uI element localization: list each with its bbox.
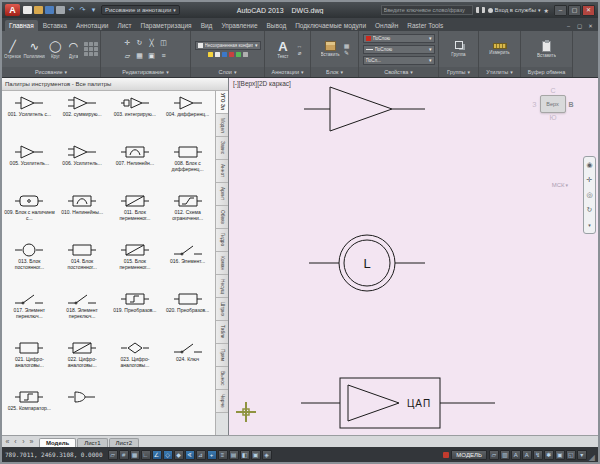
annotation-auto-icon[interactable]: ↯ bbox=[533, 450, 543, 460]
osnap-toggle[interactable]: ◇ bbox=[163, 450, 173, 460]
prev-layout-icon[interactable]: ‹ bbox=[12, 437, 19, 446]
qat-plot-icon[interactable] bbox=[56, 6, 65, 14]
panel-annotation-label[interactable]: Аннотации bbox=[265, 67, 310, 77]
clean-screen-icon[interactable]: ◱ bbox=[566, 450, 576, 460]
palette-item[interactable]: 020. Преобразов... bbox=[161, 288, 214, 337]
ribbon-tab-Вставка[interactable]: Вставка bbox=[39, 20, 71, 31]
palette-item[interactable]: 015. Блок переменног... bbox=[109, 239, 162, 288]
ribbon-tab-Лист[interactable]: Лист bbox=[113, 20, 135, 31]
palette-item[interactable]: 001. Усилитель с... bbox=[3, 92, 56, 141]
ribbon-tab-Вывод[interactable]: Вывод bbox=[263, 20, 291, 31]
ortho-toggle[interactable]: ∟ bbox=[141, 450, 151, 460]
otrack-toggle[interactable]: ∢ bbox=[185, 450, 195, 460]
ribbon-tab-Управление[interactable]: Управление bbox=[217, 20, 261, 31]
infer-toggle[interactable]: ▱ bbox=[108, 450, 118, 460]
palette-item[interactable]: 006. Усилитель... bbox=[56, 141, 109, 190]
color-dropdown[interactable]: ПоСлою bbox=[363, 34, 435, 43]
grid-toggle[interactable]: ▦ bbox=[130, 450, 140, 460]
viewcube-east[interactable]: В bbox=[569, 101, 574, 108]
orbit-icon[interactable] bbox=[587, 206, 593, 214]
viewcube-north[interactable]: С bbox=[524, 86, 582, 95]
ducs-toggle[interactable]: ⊿ bbox=[196, 450, 206, 460]
copy-icon[interactable]: ▱ bbox=[125, 52, 130, 60]
layout-tab-Модель[interactable]: Модель bbox=[39, 438, 76, 447]
palette-item[interactable]: 017. Элемент переключ... bbox=[3, 288, 56, 337]
palette-tab-Модел[interactable]: Модел bbox=[216, 114, 228, 137]
paste-tool[interactable]: Вставить bbox=[536, 41, 557, 58]
palette-tab-Черче[interactable]: Черче bbox=[216, 390, 228, 413]
layer-state-dropdown[interactable]: Несохраненная конфигурация сло bbox=[195, 41, 261, 50]
palette-tab-УГО Эл[interactable]: УГО Эл bbox=[216, 91, 228, 114]
modify-tools[interactable]: ✛ ↻ ╳ ◫ ▱ ▦ ▣ ≡ bbox=[122, 36, 170, 62]
draw-more-tools[interactable] bbox=[84, 42, 98, 56]
palette-tab-Несущ[interactable]: Несущ bbox=[216, 275, 228, 298]
palette-item[interactable]: 022. Цифро-аналоговы... bbox=[56, 337, 109, 386]
palette-tab-Штрих[interactable]: Штрих bbox=[216, 298, 228, 321]
amplifier-symbol[interactable] bbox=[304, 87, 425, 131]
palette-item[interactable]: 004. дифференц... bbox=[161, 92, 214, 141]
panel-groups-label[interactable]: Группы bbox=[439, 67, 478, 77]
palette-item[interactable] bbox=[56, 386, 109, 435]
palette-item[interactable]: 010. Нелинейны... bbox=[56, 190, 109, 239]
annotation-scale-icon[interactable]: А bbox=[511, 450, 521, 460]
qat-new-file-icon[interactable] bbox=[23, 6, 32, 14]
viewcube-face[interactable]: Верх bbox=[540, 95, 566, 113]
create-block-icon[interactable]: ▦ bbox=[344, 43, 350, 49]
palette-tab-Аннот[interactable]: Аннот bbox=[216, 160, 228, 183]
layout-tab-Лист1[interactable]: Лист1 bbox=[77, 438, 107, 447]
workspace-switch-icon[interactable]: ✱ bbox=[544, 450, 554, 460]
qat-open-file-icon[interactable] bbox=[34, 6, 43, 14]
layout-tab-Лист2[interactable]: Лист2 bbox=[109, 438, 139, 447]
inductor-symbol[interactable]: L bbox=[309, 235, 425, 291]
search-icon[interactable] bbox=[476, 7, 485, 13]
group-tool[interactable]: Группа bbox=[448, 41, 469, 57]
ribbon-tab-Главная[interactable]: Главная bbox=[5, 20, 38, 31]
qat-redo-icon[interactable]: ↷ bbox=[78, 6, 87, 14]
maximize-button[interactable] bbox=[568, 5, 581, 16]
palette-tab-Вынос[interactable]: Вынос bbox=[216, 367, 228, 390]
line-tool[interactable]: Отрезок bbox=[4, 40, 21, 59]
dimension-icon[interactable]: ↔ bbox=[297, 43, 303, 49]
panel-clipboard-label[interactable]: Буфер обмена bbox=[521, 67, 572, 77]
array-icon[interactable]: ▦ bbox=[136, 52, 143, 60]
layer-tools[interactable] bbox=[208, 52, 248, 57]
polyline-tool[interactable]: Полилиния bbox=[24, 40, 45, 59]
favorites-icon[interactable]: ★ bbox=[544, 7, 549, 14]
palette-tab-Коман[interactable]: Коман bbox=[216, 252, 228, 275]
toolbar-lock-icon[interactable]: ▣ bbox=[555, 450, 565, 460]
pan-icon[interactable] bbox=[587, 176, 593, 184]
palette-item[interactable]: 025. Компаратор... bbox=[3, 386, 56, 435]
dac-symbol[interactable]: ЦАП bbox=[301, 378, 495, 428]
panel-properties-label[interactable]: Свойства bbox=[359, 67, 438, 77]
dimension-tools[interactable]: ↔ ⌀ bbox=[297, 43, 303, 56]
panel-layers-label[interactable]: Слои bbox=[191, 67, 264, 77]
dyn-toggle[interactable]: + bbox=[207, 450, 217, 460]
lwt-toggle[interactable]: ≡ bbox=[218, 450, 228, 460]
layer-freeze-icon[interactable] bbox=[215, 52, 220, 57]
drawing-canvas[interactable]: L ЦАП bbox=[229, 78, 598, 435]
ribbon-tab-Raster Tools[interactable]: Raster Tools bbox=[403, 20, 447, 31]
first-layout-icon[interactable]: « bbox=[4, 437, 11, 446]
offset-icon[interactable]: ▣ bbox=[148, 52, 155, 60]
viewcube-south[interactable]: Ю bbox=[524, 113, 582, 122]
block-tools[interactable]: ▦ ✎ bbox=[344, 43, 350, 56]
ribbon-tab-Вид[interactable]: Вид bbox=[197, 20, 217, 31]
qat-customize-icon[interactable]: ▾ bbox=[89, 6, 98, 14]
doc-close-button[interactable] bbox=[586, 23, 595, 29]
layer-lock-icon[interactable] bbox=[222, 52, 227, 57]
qat-save-file-icon[interactable] bbox=[45, 6, 54, 14]
minimize-button[interactable] bbox=[554, 5, 567, 16]
ribbon-tab-Подключаемые модули[interactable]: Подключаемые модули bbox=[291, 20, 370, 31]
steering-wheel-icon[interactable] bbox=[586, 161, 592, 169]
panel-draw-label[interactable]: Рисование bbox=[2, 67, 100, 77]
palette-item[interactable]: 021. Цифро-аналоговы... bbox=[3, 337, 56, 386]
viewcube[interactable]: С З Верх В Ю bbox=[524, 86, 582, 122]
next-layout-icon[interactable]: › bbox=[20, 437, 27, 446]
palette-title[interactable]: Палитры инструментов - Все палитры bbox=[2, 78, 228, 91]
rotate-icon[interactable]: ↻ bbox=[137, 39, 143, 47]
panel-utilities-label[interactable]: Утилиты bbox=[479, 67, 520, 77]
layer-match-icon[interactable] bbox=[236, 52, 241, 57]
circle-tool[interactable]: Круг bbox=[48, 40, 63, 59]
layer-on-icon[interactable] bbox=[208, 52, 213, 57]
osnap3d-toggle[interactable]: ◆ bbox=[174, 450, 184, 460]
